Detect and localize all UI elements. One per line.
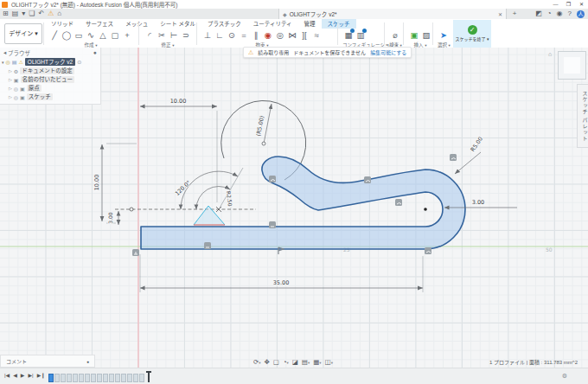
dimension-bottom-width[interactable]: 35.00 <box>273 279 290 286</box>
horizontal-glyph-icon[interactable] <box>204 242 211 249</box>
display-settings-icon[interactable]: ▤▾ <box>302 358 310 366</box>
zoom-window-icon[interactable]: ▢ <box>273 358 279 366</box>
dimension-neck-radius[interactable]: R2.50 <box>226 191 233 207</box>
browser-item-label[interactable]: 原点 <box>27 85 42 92</box>
dimension-thickness[interactable]: 3.00 <box>472 199 484 206</box>
browser-item-名前の付いたビュー[interactable]: ▷▣名前の付いたビュー <box>0 75 100 84</box>
timeline-feature-6[interactable] <box>85 374 90 382</box>
spline-tool-icon[interactable]: ∿ <box>85 29 97 42</box>
visibility-bulb-icon[interactable]: ◎ <box>14 86 18 92</box>
ribbon-tab-シート メタル[interactable]: シート メタル <box>154 19 201 29</box>
timeline-feature-11[interactable] <box>115 374 120 382</box>
point-tool-icon[interactable]: + <box>121 29 133 42</box>
dimension-end-radius[interactable]: R5.00 <box>470 136 484 153</box>
triangle-sketch[interactable] <box>194 206 225 225</box>
visibility-bulb-icon[interactable]: ◎ <box>6 59 10 65</box>
curvature-constraint-icon[interactable]: ≈ <box>310 29 323 42</box>
root-node-label[interactable]: OLIGHTフック v2 <box>25 58 75 66</box>
construction-point[interactable] <box>130 208 133 211</box>
timeline-feature-12[interactable] <box>121 374 126 382</box>
timeline-cursor[interactable] <box>148 371 150 382</box>
fillet-tool-icon[interactable]: ◜ <box>144 29 156 42</box>
arc-center-point[interactable] <box>262 142 265 145</box>
dimension-offset[interactable]: 3.00 <box>107 212 113 224</box>
minimize-button[interactable]: — <box>549 0 562 9</box>
ribbon-tab-管理[interactable]: 管理 <box>298 19 322 29</box>
configuration-insert-icon[interactable]: ▥ <box>355 29 367 42</box>
timeline-feature-0[interactable] <box>48 374 54 382</box>
home-icon[interactable]: ⌂ <box>57 9 61 19</box>
dimension-tip-radius[interactable]: (R5.00) <box>255 115 265 137</box>
fix-constraint-icon[interactable]: ◉ <box>262 29 274 42</box>
save-dropdown-icon[interactable]: ▾ <box>22 9 25 19</box>
circle-tool-icon[interactable]: ◯ <box>61 29 73 42</box>
browser-item-label[interactable]: 名前の付いたビュー <box>21 76 75 83</box>
timeline-feature-7[interactable] <box>91 374 96 382</box>
extend-tool-icon[interactable]: ⊢ <box>168 29 180 42</box>
ribbon-tab-ソリッド[interactable]: ソリッド <box>45 19 80 29</box>
expand-caret-icon[interactable]: ▷ <box>9 94 12 99</box>
app-grid-icon[interactable]: ⊞ <box>3 9 9 19</box>
timeline-feature-14[interactable] <box>133 374 138 382</box>
browser-item-label[interactable]: スケッチ <box>27 93 53 100</box>
document-tab[interactable]: ◆ OLIGHTフック v2* ✕ <box>278 9 507 19</box>
browser-root-node[interactable]: ▾ ◎ ▤ ⚠ OLIGHTフック v2 ⊙ <box>0 57 100 67</box>
symmetry-constraint-icon[interactable]: ][ <box>298 29 310 42</box>
finish-sketch-button[interactable]: ✓ スケッチを終了 ▾ <box>453 20 491 48</box>
export-icon[interactable]: ❏ <box>29 9 35 19</box>
polygon-tool-icon[interactable]: △ <box>97 29 109 42</box>
tangent-glyph-icon[interactable] <box>395 199 402 206</box>
visibility-bulb-icon[interactable]: ◎ <box>14 94 18 100</box>
timeline-feature-8[interactable] <box>97 374 102 382</box>
undo-icon[interactable]: ↶ <box>38 9 44 19</box>
viewports-icon[interactable]: ◫▾ <box>325 358 333 366</box>
parallel-constraint-icon[interactable]: ∥ <box>250 29 262 42</box>
tangent-constraint-icon[interactable]: ⊙ <box>226 29 238 42</box>
new-tab-button[interactable]: + <box>510 10 519 18</box>
dimension-bend-angle[interactable]: 120.0° <box>174 179 192 197</box>
pin-icon[interactable]: ● <box>93 49 97 55</box>
timeline-feature-1[interactable] <box>54 374 60 382</box>
grid-settings-icon[interactable]: ▦▾ <box>313 358 321 366</box>
ribbon-tab-プラスチック[interactable]: プラスチック <box>201 19 247 29</box>
timeline-feature-3[interactable] <box>67 374 72 382</box>
make-editable-link[interactable]: 編集可能にする <box>370 48 406 56</box>
trim-tool-icon[interactable]: ✂ <box>156 29 168 42</box>
job-status-icon[interactable]: ◔ <box>547 9 552 19</box>
insert-canvas-icon[interactable]: ▣ <box>408 29 420 42</box>
rectangle-tool-icon[interactable]: ▭ <box>73 29 85 42</box>
expand-icon[interactable]: ▾ <box>2 60 4 65</box>
insert-image-icon[interactable]: ▨ <box>420 29 432 42</box>
timeline-feature-5[interactable] <box>79 374 84 382</box>
ribbon-tab-スケッチ[interactable]: スケッチ <box>322 19 356 29</box>
tangent-glyph-icon[interactable] <box>425 247 431 254</box>
sketch-palette-tab[interactable]: スケッチ パレット <box>577 84 588 148</box>
timeline-feature-10[interactable] <box>109 374 114 382</box>
go-to-end-icon[interactable]: ▶❙ <box>37 372 46 378</box>
expand-caret-icon[interactable]: ▷ <box>9 86 12 91</box>
hook-profile[interactable] <box>141 157 465 249</box>
look-at-icon[interactable]: ◪ <box>292 358 298 366</box>
horizontal-vertical-constraint-icon[interactable]: ⊥ <box>201 29 214 42</box>
maximize-button[interactable]: ❐ <box>562 0 575 9</box>
end-center-point[interactable] <box>424 208 427 211</box>
save-icon[interactable]: ▤ <box>12 9 19 19</box>
tangent-glyph-icon[interactable] <box>364 176 371 183</box>
close-tab-icon[interactable]: ✕ <box>498 11 502 17</box>
coincident-constraint-icon[interactable]: ∟ <box>214 29 226 42</box>
ribbon-tab-サーフェス[interactable]: サーフェス <box>80 19 119 29</box>
step-forward-icon[interactable]: ▶| <box>28 372 33 378</box>
help-icon[interactable]: ? <box>568 9 572 19</box>
timeline-feature-13[interactable] <box>127 374 132 382</box>
collapse-icon[interactable]: ◂ <box>3 49 6 56</box>
expand-caret-icon[interactable]: ▷ <box>9 77 12 82</box>
browser-item-label[interactable]: ドキュメントの設定 <box>20 67 74 74</box>
step-back-icon[interactable]: ◀ <box>13 372 17 378</box>
view-home-icon[interactable]: ⌂ <box>548 51 552 57</box>
timeline-feature-15[interactable] <box>139 374 144 382</box>
notifications-icon[interactable]: ◉ <box>557 9 563 19</box>
tangent-glyph-icon[interactable] <box>269 176 276 182</box>
measure-tool-icon[interactable]: ⌀ <box>389 29 401 42</box>
timeline-feature-2[interactable] <box>61 374 66 382</box>
comments-panel-tab[interactable]: コメント ● <box>0 355 95 368</box>
